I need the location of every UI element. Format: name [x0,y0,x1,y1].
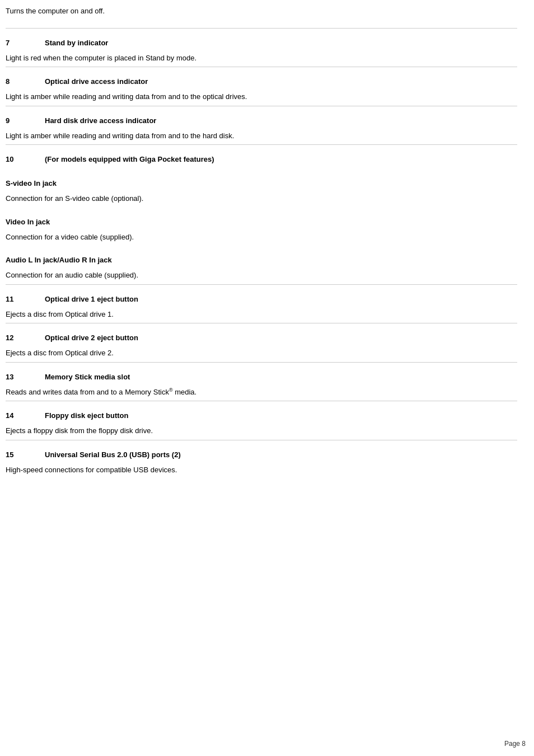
item-title-8: Optical drive access indicator [45,77,148,86]
sub-item-section-2: Audio L In jack/Audio R In jackConnectio… [6,246,517,284]
item-heading-10: 10(For models equipped with Giga Pocket … [6,144,517,169]
item-title-7: Stand by indicator [45,39,108,47]
sub-item-heading-1: Video In jack [6,208,517,232]
sub-item-heading-0: S-video In jack [6,169,517,193]
item-heading-8: 8Optical drive access indicator [6,67,517,91]
item-title-9: Hard disk drive access indicator [45,116,156,125]
item-title-10: (For models equipped with Giga Pocket fe… [45,155,214,163]
sub-items-section: S-video In jackConnection for an S-video… [6,169,517,284]
item-heading-7: 7Stand by indicator [6,28,517,53]
item-description-13: Reads and writes data from and to a Memo… [6,387,517,401]
item-description-9: Light is amber while reading and writing… [6,130,517,145]
sub-item-description-1: Connection for a video cable (supplied). [6,232,517,246]
item-num-13: 13 [6,373,45,381]
item-section-14: 14Floppy disk eject buttonEjects a flopp… [6,401,517,440]
item-title-14: Floppy disk eject button [45,411,129,420]
sub-item-title-2: Audio L In jack/Audio R In jack [6,256,112,264]
item-heading-14: 14Floppy disk eject button [6,401,517,425]
item-title-12: Optical drive 2 eject button [45,334,138,342]
item-num-7: 7 [6,39,45,47]
item-section-9: 9Hard disk drive access indicatorLight i… [6,106,517,145]
item-num-11: 11 [6,295,45,303]
sub-item-title-0: S-video In jack [6,179,57,187]
item-section-13: 13Memory Stick media slotReads and write… [6,362,517,401]
item-section-15: 15Universal Serial Bus 2.0 (USB) ports (… [6,440,517,479]
intro-description: Turns the computer on and off. [6,7,105,15]
item-description-7: Light is red when the computer is placed… [6,53,517,67]
item-section-11: 11Optical drive 1 eject buttonEjects a d… [6,284,517,323]
item-num-15: 15 [6,450,45,459]
item-title-15: Universal Serial Bus 2.0 (USB) ports (2) [45,450,181,459]
item-description-11: Ejects a disc from Optical drive 1. [6,309,517,323]
intro-text: Turns the computer on and off. [6,6,517,17]
sub-item-heading-2: Audio L In jack/Audio R In jack [6,246,517,270]
item-title-13: Memory Stick media slot [45,373,130,381]
item-num-10: 10 [6,155,45,163]
sub-item-description-0: Connection for an S-video cable (optiona… [6,193,517,208]
item-heading-11: 11Optical drive 1 eject button [6,284,517,309]
item-heading-15: 15Universal Serial Bus 2.0 (USB) ports (… [6,440,517,464]
item-description-14: Ejects a floppy disk from the floppy dis… [6,425,517,440]
item-section-7: 7Stand by indicatorLight is red when the… [6,28,517,67]
item-description-15: High-speed connections for compatible US… [6,464,517,479]
item-num-8: 8 [6,77,45,86]
sub-item-title-1: Video In jack [6,218,50,226]
sub-item-section-1: Video In jackConnection for a video cabl… [6,208,517,246]
item-section-12: 12Optical drive 2 eject buttonEjects a d… [6,323,517,362]
item-num-14: 14 [6,411,45,420]
item-heading-13: 13Memory Stick media slot [6,362,517,387]
item-num-9: 9 [6,116,45,125]
item-section-10: 10(For models equipped with Giga Pocket … [6,144,517,169]
item-num-12: 12 [6,334,45,342]
item-section-8: 8Optical drive access indicatorLight is … [6,67,517,106]
item-heading-12: 12Optical drive 2 eject button [6,323,517,348]
item-description-12: Ejects a disc from Optical drive 2. [6,348,517,362]
items-section: 7Stand by indicatorLight is red when the… [6,28,517,170]
item-heading-9: 9Hard disk drive access indicator [6,106,517,130]
item-title-11: Optical drive 1 eject button [45,295,138,303]
items2-section: 11Optical drive 1 eject buttonEjects a d… [6,284,517,479]
page-number: Page 8 [504,740,526,748]
sub-item-description-2: Connection for an audio cable (supplied)… [6,270,517,284]
sub-item-section-0: S-video In jackConnection for an S-video… [6,169,517,208]
item-description-8: Light is amber while reading and writing… [6,91,517,106]
